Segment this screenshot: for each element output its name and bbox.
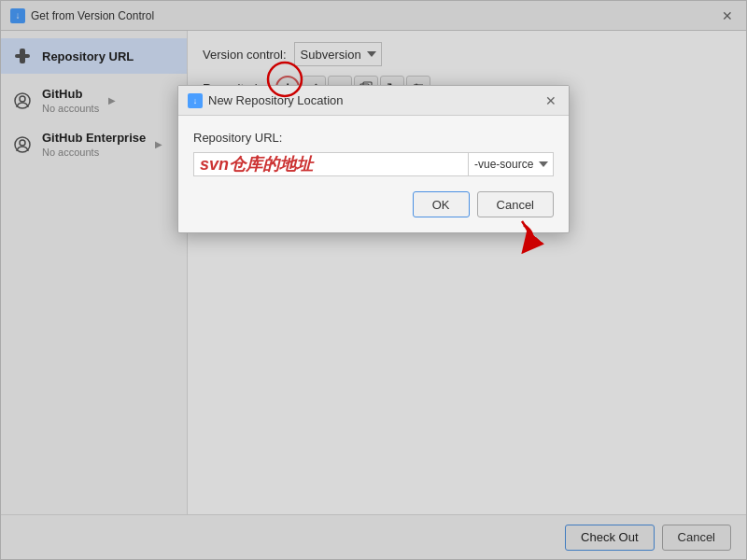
repository-suffix-dropdown[interactable]: -vue-source xyxy=(468,152,554,176)
main-window: ↓ Get from Version Control ✕ Repository … xyxy=(0,0,747,560)
new-repository-dialog: ↓ New Repository Location ✕ Repository U… xyxy=(177,85,570,233)
modal-body: Repository URL: -vue-source OK Cancel xyxy=(178,116,569,232)
modal-title: New Repository Location xyxy=(208,93,344,107)
repository-url-input[interactable] xyxy=(193,152,468,176)
modal-close-button[interactable]: ✕ xyxy=(543,92,559,109)
modal-app-icon: ↓ xyxy=(188,93,203,108)
modal-ok-button[interactable]: OK xyxy=(413,191,470,217)
repository-url-field-label: Repository URL: xyxy=(193,131,554,145)
repository-url-input-row: -vue-source xyxy=(193,152,554,176)
modal-backdrop: ↓ New Repository Location ✕ Repository U… xyxy=(1,1,746,559)
modal-cancel-button[interactable]: Cancel xyxy=(477,191,554,217)
modal-title-left: ↓ New Repository Location xyxy=(188,93,344,108)
modal-button-row: OK Cancel xyxy=(193,191,554,217)
modal-title-bar: ↓ New Repository Location ✕ xyxy=(178,86,569,116)
